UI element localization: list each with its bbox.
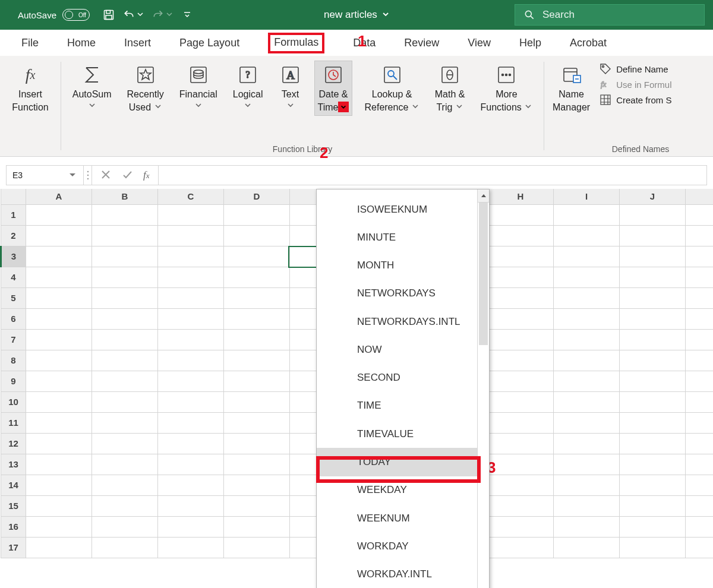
cell[interactable]: [92, 329, 158, 350]
menu-scrollbar[interactable]: [477, 189, 489, 588]
cell[interactable]: [26, 287, 92, 308]
tab-formulas[interactable]: Formulas: [268, 33, 324, 53]
cell[interactable]: [224, 537, 290, 558]
cell[interactable]: [158, 371, 224, 391]
tab-home[interactable]: Home: [67, 37, 96, 49]
menu-item-month[interactable]: MONTH: [317, 252, 477, 280]
enter-button[interactable]: [122, 169, 132, 182]
cell[interactable]: [488, 371, 554, 391]
cell[interactable]: [554, 433, 620, 454]
cell[interactable]: [92, 454, 158, 475]
column-header[interactable]: I: [554, 189, 620, 204]
row-header[interactable]: 11: [1, 412, 26, 433]
financial-button[interactable]: Financial: [176, 61, 221, 115]
fx-icon[interactable]: fx: [143, 169, 150, 181]
cell[interactable]: [488, 267, 554, 287]
cell[interactable]: [92, 391, 158, 412]
cell[interactable]: [224, 267, 290, 287]
cell[interactable]: [224, 287, 290, 308]
cell[interactable]: [224, 495, 290, 516]
cell[interactable]: [554, 246, 620, 267]
cell[interactable]: [224, 412, 290, 433]
cell[interactable]: [158, 225, 224, 246]
cell[interactable]: [488, 246, 554, 267]
cell[interactable]: [26, 308, 92, 329]
cell[interactable]: [620, 267, 686, 287]
drag-handle-icon[interactable]: [84, 166, 92, 185]
cell[interactable]: [92, 412, 158, 433]
cell[interactable]: [224, 204, 290, 225]
cell[interactable]: [488, 350, 554, 371]
row-header[interactable]: 17: [1, 537, 26, 558]
cell[interactable]: [92, 204, 158, 225]
cell[interactable]: [26, 391, 92, 412]
column-header[interactable]: C: [158, 189, 224, 204]
menu-item-time[interactable]: TIME: [317, 392, 477, 420]
row-header[interactable]: 1: [1, 204, 26, 225]
autosave-toggle[interactable]: AutoSave Off: [18, 9, 90, 21]
row-header[interactable]: 10: [1, 391, 26, 412]
column-header[interactable]: B: [92, 189, 158, 204]
cell[interactable]: [554, 391, 620, 412]
cell[interactable]: [26, 495, 92, 516]
menu-item-weekday[interactable]: WEEKDAY: [317, 476, 477, 504]
cell[interactable]: [488, 308, 554, 329]
cell[interactable]: [554, 204, 620, 225]
cell[interactable]: [488, 391, 554, 412]
cell[interactable]: [554, 329, 620, 350]
cell[interactable]: [686, 350, 714, 371]
cell[interactable]: [92, 495, 158, 516]
cell[interactable]: [26, 516, 92, 537]
menu-item-networkdays[interactable]: NETWORKDAYS: [317, 280, 477, 308]
column-header[interactable]: A: [26, 189, 92, 204]
cell[interactable]: [554, 225, 620, 246]
menu-item-minute[interactable]: MINUTE: [317, 223, 477, 251]
cell[interactable]: [488, 454, 554, 475]
spreadsheet-grid[interactable]: ABCDEFGHIJK1234567891011121314151617 ISO…: [0, 189, 713, 558]
cell[interactable]: [620, 350, 686, 371]
formula-input[interactable]: [159, 166, 706, 185]
cell[interactable]: [686, 391, 714, 412]
menu-item-networkdays-intl[interactable]: NETWORKDAYS.INTL: [317, 308, 477, 336]
cell[interactable]: [158, 350, 224, 371]
cancel-button[interactable]: [100, 169, 111, 182]
cell[interactable]: [26, 371, 92, 391]
cell[interactable]: [158, 308, 224, 329]
cell[interactable]: [488, 204, 554, 225]
menu-item-now[interactable]: NOW: [317, 336, 477, 363]
undo-button[interactable]: [123, 9, 144, 21]
row-header[interactable]: 6: [1, 308, 26, 329]
cell[interactable]: [92, 225, 158, 246]
cell[interactable]: [620, 246, 686, 267]
row-header[interactable]: 15: [1, 495, 26, 516]
tab-page-layout[interactable]: Page Layout: [179, 37, 239, 49]
cell[interactable]: [92, 308, 158, 329]
cell[interactable]: [554, 350, 620, 371]
name-manager-button[interactable]: Name Manager: [549, 61, 594, 116]
cell[interactable]: [554, 495, 620, 516]
cell[interactable]: [224, 308, 290, 329]
row-header[interactable]: 12: [1, 433, 26, 454]
cell[interactable]: [620, 391, 686, 412]
row-header[interactable]: 8: [1, 350, 26, 371]
cell[interactable]: [26, 350, 92, 371]
cell[interactable]: [92, 350, 158, 371]
cell[interactable]: [26, 475, 92, 495]
cell[interactable]: [554, 475, 620, 495]
cell[interactable]: [488, 495, 554, 516]
cell[interactable]: [620, 537, 686, 558]
cell[interactable]: [686, 204, 714, 225]
row-header[interactable]: 16: [1, 516, 26, 537]
row-header[interactable]: 3: [1, 246, 26, 267]
tab-insert[interactable]: Insert: [124, 37, 151, 49]
column-header[interactable]: D: [224, 189, 290, 204]
cell[interactable]: [224, 391, 290, 412]
cell[interactable]: [620, 329, 686, 350]
row-header[interactable]: 13: [1, 454, 26, 475]
cell[interactable]: [686, 433, 714, 454]
cell[interactable]: [224, 454, 290, 475]
qat-customize-button[interactable]: [184, 10, 191, 20]
tab-review[interactable]: Review: [404, 37, 439, 49]
cell[interactable]: [554, 287, 620, 308]
cell[interactable]: [620, 308, 686, 329]
